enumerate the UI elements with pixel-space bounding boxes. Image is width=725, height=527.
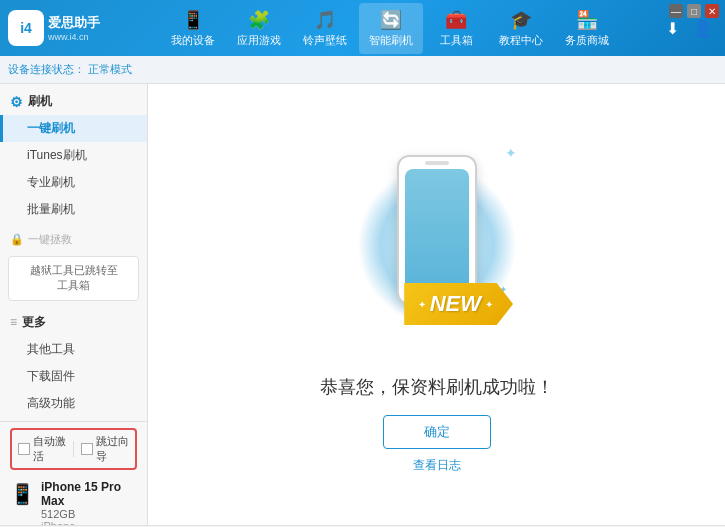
nav-toolbox[interactable]: 🧰 工具箱 <box>425 3 487 54</box>
sidebar-item-advanced[interactable]: 高级功能 <box>0 390 147 417</box>
flash-section-header: ⚙ 刷机 <box>0 88 147 115</box>
sidebar-item-one-click-flash[interactable]: 一键刷机 <box>0 115 147 142</box>
view-log-link[interactable]: 查看日志 <box>413 457 461 474</box>
device-details: iPhone 15 Pro Max 512GB iPhone <box>41 480 137 525</box>
header: i4 爱思助手 www.i4.cn 📱 我的设备 🧩 应用游戏 🎵 铃声壁纸 🔄 <box>0 0 725 56</box>
minimize-button[interactable]: — <box>669 4 683 18</box>
user-button[interactable]: 👤 <box>689 15 717 42</box>
confirm-button[interactable]: 确定 <box>383 415 491 449</box>
nav-bar: 📱 我的设备 🧩 应用游戏 🎵 铃声壁纸 🔄 智能刷机 🧰 工具箱 🎓 <box>118 3 662 54</box>
sidebar-item-other-tools[interactable]: 其他工具 <box>0 336 147 363</box>
flash-icon: 🔄 <box>380 9 402 31</box>
sidebar-item-pro-flash[interactable]: 专业刷机 <box>0 169 147 196</box>
logo: i4 爱思助手 www.i4.cn <box>8 10 118 46</box>
ribbon-star-right: ✦ <box>485 299 493 310</box>
ringtones-icon: 🎵 <box>314 9 336 31</box>
device-info: 📱 iPhone 15 Pro Max 512GB iPhone <box>8 476 139 525</box>
phone-screen <box>405 169 469 291</box>
ribbon-star-left: ✦ <box>418 299 426 310</box>
nav-smart-flash[interactable]: 🔄 智能刷机 <box>359 3 423 54</box>
content-area: ✦ ✦ NEW ✦ ✦ 恭喜您，保资料刷机成功啦！ 确定 查看日志 <box>148 84 725 525</box>
one-click-rescue-disabled: 🔒 一键拯救 <box>0 227 147 252</box>
success-message: 恭喜您，保资料刷机成功啦！ <box>320 375 554 399</box>
device-name: iPhone 15 Pro Max <box>41 480 137 508</box>
download-button[interactable]: ⬇ <box>662 15 683 42</box>
flash-section-icon: ⚙ <box>10 94 23 110</box>
time-guide-checkbox[interactable] <box>81 443 93 455</box>
sidebar: ⚙ 刷机 一键刷机 iTunes刷机 专业刷机 批量刷机 🔒 一键拯救 <box>0 84 148 525</box>
new-badge-text: NEW <box>430 291 481 317</box>
lock-icon: 🔒 <box>10 233 24 246</box>
header-right: ⬇ 👤 <box>662 15 717 42</box>
device-phone-icon: 📱 <box>10 482 35 506</box>
main-layout: ⚙ 刷机 一键刷机 iTunes刷机 专业刷机 批量刷机 🔒 一键拯救 <box>0 84 725 525</box>
window-controls: — □ ✕ <box>669 4 719 18</box>
auto-activate-label[interactable]: 自动激活 <box>18 434 66 464</box>
flash-section: ⚙ 刷机 一键刷机 iTunes刷机 专业刷机 批量刷机 <box>0 84 147 227</box>
device-storage: 512GB <box>41 508 137 520</box>
phone-illustration: ✦ ✦ NEW ✦ ✦ <box>337 135 537 355</box>
close-button[interactable]: ✕ <box>705 4 719 18</box>
time-guide-label[interactable]: 跳过向导 <box>81 434 129 464</box>
nav-tutorial[interactable]: 🎓 教程中心 <box>489 3 553 54</box>
more-icon: ≡ <box>10 315 17 329</box>
sidebar-item-itunes-flash[interactable]: iTunes刷机 <box>0 142 147 169</box>
sidebar-item-batch-flash[interactable]: 批量刷机 <box>0 196 147 223</box>
new-badge: ✦ NEW ✦ <box>404 283 513 325</box>
logo-text: 爱思助手 www.i4.cn <box>48 14 100 42</box>
device-type: iPhone <box>41 520 137 525</box>
auto-activate-checkbox[interactable] <box>18 443 30 455</box>
separator <box>73 441 74 457</box>
more-section: ≡ 更多 其他工具 下载固件 高级功能 <box>0 305 147 421</box>
my-device-icon: 📱 <box>182 9 204 31</box>
auto-options-row: 自动激活 跳过向导 <box>10 428 137 470</box>
apps-icon: 🧩 <box>248 9 270 31</box>
new-ribbon: ✦ NEW ✦ <box>404 283 513 325</box>
breadcrumb: 设备连接状态： 正常模式 <box>0 56 725 84</box>
maximize-button[interactable]: □ <box>687 4 701 18</box>
store-icon: 🏪 <box>576 9 598 31</box>
nav-my-device[interactable]: 📱 我的设备 <box>161 3 225 54</box>
logo-icon: i4 <box>8 10 44 46</box>
more-section-header: ≡ 更多 <box>0 309 147 336</box>
sidebar-item-download-firmware[interactable]: 下载固件 <box>0 363 147 390</box>
device-area: 自动激活 跳过向导 📱 iPhone 15 Pro Max 512GB <box>0 421 147 525</box>
phone-notch <box>425 161 449 165</box>
sparkle-top-icon: ✦ <box>505 145 517 161</box>
rescue-note: 越狱工具已跳转至工具箱 <box>8 256 139 301</box>
tutorial-icon: 🎓 <box>510 9 532 31</box>
device-section: 自动激活 跳过向导 📱 iPhone 15 Pro Max 512GB <box>0 421 147 525</box>
nav-apps-games[interactable]: 🧩 应用游戏 <box>227 3 291 54</box>
toolbox-icon: 🧰 <box>445 9 467 31</box>
nav-ringtones[interactable]: 🎵 铃声壁纸 <box>293 3 357 54</box>
nav-store[interactable]: 🏪 务质商城 <box>555 3 619 54</box>
